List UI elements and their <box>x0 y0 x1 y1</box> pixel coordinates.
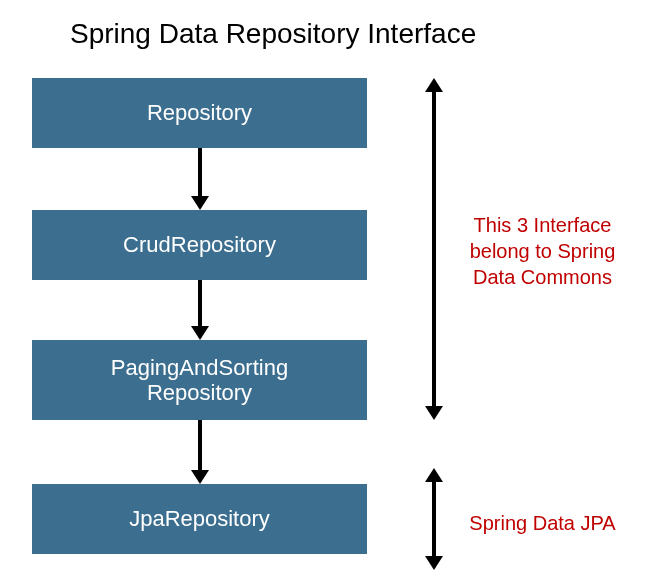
diagram-title: Spring Data Repository Interface <box>70 18 476 50</box>
arrow-down-icon <box>198 420 202 472</box>
text-line: Data Commons <box>473 266 612 288</box>
annotation-commons: This 3 Interface belong to Spring Data C… <box>460 212 625 290</box>
double-arrow-icon <box>432 90 436 408</box>
arrow-down-icon <box>198 148 202 198</box>
box-repository: Repository <box>32 78 367 148</box>
text-line: Spring Data JPA <box>469 512 615 534</box>
text-line: Repository <box>147 380 252 405</box>
double-arrow-icon <box>432 480 436 558</box>
box-jpa-repository: JpaRepository <box>32 484 367 554</box>
box-repository-label: Repository <box>147 100 252 126</box>
box-paging-sorting-repository: PagingAndSorting Repository <box>32 340 367 420</box>
arrow-down-icon <box>198 280 202 328</box>
annotation-jpa: Spring Data JPA <box>460 510 625 536</box>
box-crud-repository: CrudRepository <box>32 210 367 280</box>
box-paging-sorting-label: PagingAndSorting Repository <box>111 355 288 406</box>
box-crud-repository-label: CrudRepository <box>123 232 276 258</box>
text-line: PagingAndSorting <box>111 355 288 380</box>
text-line: This 3 Interface <box>474 214 612 236</box>
text-line: belong to Spring <box>470 240 616 262</box>
box-jpa-repository-label: JpaRepository <box>129 506 270 532</box>
